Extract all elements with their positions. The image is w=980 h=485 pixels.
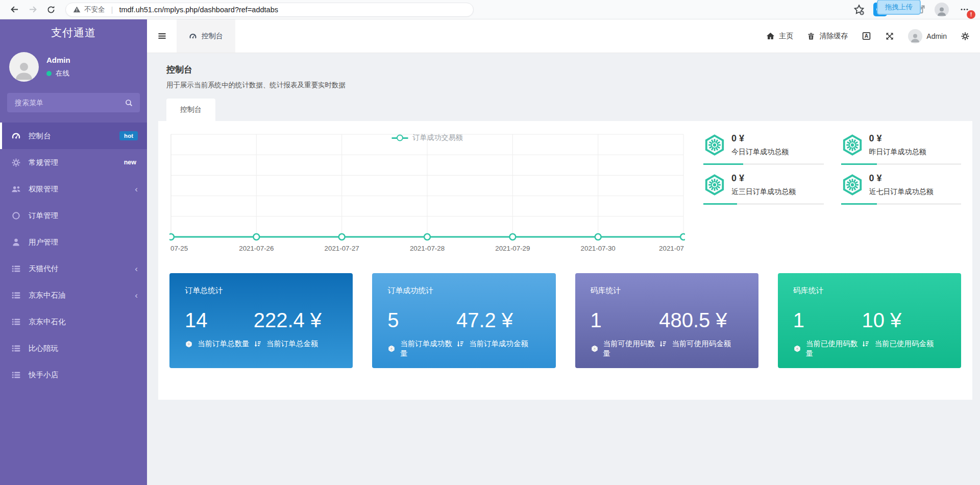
person-icon — [910, 32, 921, 43]
topbar-username: Admin — [926, 32, 947, 40]
security-label: 不安全 — [84, 5, 105, 14]
sidebar-item-label: 京东中石化 — [29, 317, 66, 327]
sidebar-item-kuaishou[interactable]: 快手小店 — [0, 361, 147, 388]
svg-text:2021-07-28: 2021-07-28 — [410, 245, 445, 252]
home-icon — [766, 32, 775, 40]
search-icon[interactable] — [125, 99, 133, 107]
card-amount: 480.5 ¥ — [659, 310, 743, 330]
card-amount-label: 当前订单成功金额 — [469, 339, 528, 349]
kpi-value: 0 ¥ — [731, 133, 789, 144]
browser-menu-button[interactable]: ! — [958, 3, 971, 16]
gauge-icon — [11, 131, 21, 141]
menu-search-input[interactable] — [14, 98, 125, 107]
hexagon-wheel-icon — [703, 174, 726, 196]
sidebar-item-auth[interactable]: 权限管理 ‹ — [0, 176, 147, 202]
users-icon — [11, 184, 21, 194]
kpi-progress-bar — [703, 203, 824, 205]
app-root: 支付通道 Admin 在线 控制台 hot — [0, 19, 980, 485]
sidebar-user-panel: Admin 在线 — [0, 46, 147, 90]
card-codes-available: 码库统计 1 当前可使用码数量 480.5 ¥ — [575, 273, 758, 368]
kpi-label: 昨日订单成功总额 — [869, 148, 926, 157]
kpi-value: 0 ¥ — [869, 173, 934, 184]
kpi-progress-bar — [841, 203, 962, 205]
hexagon-wheel-icon — [841, 174, 864, 196]
topbar-avatar — [908, 29, 922, 43]
bookmark-star-icon[interactable] — [853, 4, 865, 15]
sidebar-item-tmall[interactable]: 天猫代付 ‹ — [0, 255, 147, 282]
language-button[interactable] — [862, 31, 871, 41]
sidebar-item-users[interactable]: 用户管理 — [0, 229, 147, 255]
security-indicator[interactable]: 不安全 — [73, 5, 105, 14]
browser-actions: ! 拖拽上传 — [853, 3, 975, 17]
kpi-7day-total: 0 ¥ 近七日订单成功总额 — [841, 173, 962, 205]
person-icon — [13, 59, 35, 82]
topbar-user-menu[interactable]: Admin — [908, 29, 947, 43]
page-content: 控制台 用于展示当前系统中的统计数据、统计报表及重要实时数据 控制台 订单成功交… — [147, 53, 980, 400]
sidebar-item-label: 快手小店 — [29, 370, 58, 380]
sidebar-item-label: 京东中石油 — [29, 290, 66, 300]
settings-button[interactable] — [961, 32, 970, 41]
person-icon — [936, 6, 947, 17]
gears-icon — [961, 32, 970, 41]
language-icon — [862, 31, 871, 41]
browser-refresh-button[interactable] — [42, 1, 60, 18]
card-title: 码库统计 — [591, 286, 743, 296]
kpi-3day-total: 0 ¥ 近三日订单成功总额 — [703, 173, 824, 205]
chart-legend[interactable]: 订单成功交易额 — [392, 133, 463, 142]
topbar-tab-dashboard[interactable]: 控制台 — [177, 19, 235, 53]
home-button[interactable]: 主页 — [766, 32, 793, 41]
sidebar-item-label: 订单管理 — [29, 211, 58, 221]
sidebar-item-jd-petrochina[interactable]: 京东中石油 ‹ — [0, 282, 147, 308]
card-count: 5 — [387, 310, 456, 330]
sort-amount-icon — [862, 340, 870, 348]
sidebar-item-orders[interactable]: 订单管理 — [0, 202, 147, 229]
card-count-label: 当前订单总数量 — [198, 339, 250, 349]
list-icon — [11, 290, 21, 300]
sidebar-item-label: 用户管理 — [29, 237, 58, 247]
sidebar-menu: 控制台 hot 常规管理 new 权限管理 ‹ 订单管理 用户管理 — [0, 118, 147, 485]
sidebar-toggle-button[interactable] — [147, 19, 177, 53]
user-avatar[interactable] — [9, 52, 39, 82]
list-icon — [11, 344, 21, 353]
sidebar-item-general[interactable]: 常规管理 new — [0, 149, 147, 176]
fullscreen-icon — [885, 32, 894, 41]
topbar-tab-label: 控制台 — [202, 32, 223, 41]
sidebar-item-dashboard[interactable]: 控制台 hot — [0, 123, 147, 149]
clear-cache-button[interactable]: 清除缓存 — [807, 32, 848, 41]
card-count: 1 — [793, 310, 862, 330]
circle-icon — [11, 211, 21, 221]
user-icon — [11, 237, 21, 247]
browser-profile-avatar[interactable] — [935, 3, 949, 17]
browser-back-button[interactable] — [5, 1, 23, 18]
svg-text:2021-07-29: 2021-07-29 — [495, 245, 530, 252]
tab-dashboard[interactable]: 控制台 — [166, 99, 215, 121]
online-status-label: 在线 — [56, 69, 69, 78]
card-amount-label: 当前已使用码金额 — [874, 339, 934, 349]
online-status-dot — [46, 71, 52, 76]
address-bar[interactable]: 不安全 | tmdf.uh51.cn/mplys.php/dashboard?r… — [65, 3, 474, 17]
fullscreen-button[interactable] — [885, 32, 894, 41]
menu-search-box[interactable] — [7, 93, 140, 112]
hot-badge: hot — [119, 131, 138, 140]
url-text: tmdf.uh51.cn/mplys.php/dashboard?ref=add… — [119, 6, 278, 14]
card-codes-used: 码库统计 1 当前已使用码数量 10 ¥ — [778, 273, 961, 368]
sidebar-item-jd-sinopec[interactable]: 京东中石化 — [0, 308, 147, 335]
trash-icon — [807, 32, 815, 40]
card-amount: 47.2 ¥ — [456, 310, 541, 330]
user-status: 在线 — [46, 69, 70, 78]
list-icon — [11, 370, 21, 380]
svg-text:2021-07: 2021-07 — [659, 245, 684, 252]
browser-forward-button[interactable] — [23, 1, 42, 18]
hexagon-icon — [793, 345, 801, 353]
svg-text:07-25: 07-25 — [170, 245, 188, 252]
hexagon-icon — [387, 345, 396, 353]
kpi-progress-bar — [841, 163, 962, 165]
orders-chart: 订单成功交易额 07-252021-07-262021-07-272021-07… — [169, 131, 685, 256]
card-count: 14 — [185, 310, 254, 330]
hexagon-icon — [185, 340, 193, 348]
sidebar-item-bixin[interactable]: 比心陪玩 — [0, 335, 147, 361]
legend-label: 订单成功交易额 — [413, 133, 463, 142]
kpi-label: 今日订单成功总额 — [731, 148, 789, 157]
new-badge: new — [124, 159, 138, 166]
orders-line-chart-plot: 07-252021-07-262021-07-272021-07-282021-… — [169, 131, 685, 256]
